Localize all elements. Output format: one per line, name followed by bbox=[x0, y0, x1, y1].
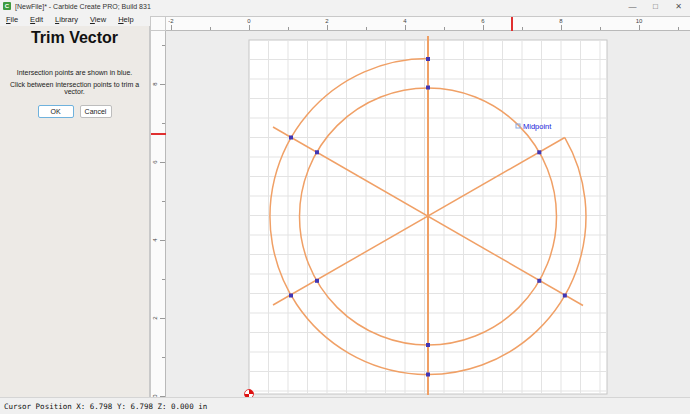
ruler-tick bbox=[327, 25, 328, 30]
trim-vector-panel: Trim Vector Intersection points are show… bbox=[0, 26, 150, 397]
ruler-label: 0 bbox=[247, 18, 250, 24]
ok-button[interactable]: OK bbox=[38, 105, 74, 118]
menu-item-view[interactable]: View bbox=[84, 15, 112, 24]
menu-item-help[interactable]: Help bbox=[112, 15, 139, 24]
ruler-tick bbox=[171, 25, 172, 30]
intersection-point bbox=[537, 279, 541, 283]
window-title: [NewFile]* - Carbide Create PRO; Build 8… bbox=[15, 3, 151, 10]
ruler-tick bbox=[561, 25, 562, 30]
cursor-position-readout: Cursor Position X: 6.798 Y: 6.798 Z: 0.0… bbox=[0, 402, 207, 411]
maximize-button[interactable]: □ bbox=[644, 2, 667, 11]
intersection-point bbox=[426, 57, 430, 61]
instruction-line-2: Click between intersection points to tri… bbox=[0, 81, 149, 95]
ruler-label: 4 bbox=[152, 238, 158, 241]
ruler-tick bbox=[162, 279, 165, 280]
ruler-label: 10 bbox=[636, 18, 643, 24]
intersection-point bbox=[315, 150, 319, 154]
ruler-label: 4 bbox=[403, 18, 406, 24]
design-canvas[interactable]: Midpoint bbox=[166, 31, 690, 397]
ruler-tick bbox=[405, 25, 406, 30]
ruler-tick bbox=[160, 318, 165, 319]
ruler-tick bbox=[522, 27, 523, 30]
ruler-tick bbox=[162, 357, 165, 358]
ruler-tick bbox=[678, 27, 679, 30]
close-button[interactable]: ✕ bbox=[667, 2, 690, 11]
cursor-position-marker bbox=[511, 17, 513, 32]
ruler-tick bbox=[366, 27, 367, 30]
ruler-tick bbox=[160, 240, 165, 241]
panel-title: Trim Vector bbox=[0, 29, 149, 47]
ruler-label: 8 bbox=[152, 82, 158, 85]
cursor-position-marker bbox=[151, 133, 167, 135]
ruler-tick bbox=[162, 45, 165, 46]
minimize-button[interactable]: — bbox=[621, 2, 644, 11]
ruler-label: -2 bbox=[168, 18, 173, 24]
intersection-point bbox=[426, 373, 430, 377]
ruler-corner bbox=[150, 16, 166, 31]
ruler-tick bbox=[160, 162, 165, 163]
ruler-label: 8 bbox=[559, 18, 562, 24]
intersection-point bbox=[537, 150, 541, 154]
ruler-tick bbox=[288, 27, 289, 30]
intersection-point bbox=[289, 136, 293, 140]
intersection-point bbox=[289, 294, 293, 298]
app-icon: C bbox=[3, 2, 11, 10]
menu-item-edit[interactable]: Edit bbox=[24, 15, 49, 24]
ruler-tick bbox=[483, 25, 484, 30]
menu-item-library[interactable]: Library bbox=[49, 15, 84, 24]
canvas-svg: Midpoint bbox=[166, 31, 690, 397]
cancel-button[interactable]: Cancel bbox=[80, 105, 112, 118]
status-bar: Cursor Position X: 6.798 Y: 6.798 Z: 0.0… bbox=[0, 397, 690, 414]
ruler-tick bbox=[160, 84, 165, 85]
ruler-tick bbox=[162, 201, 165, 202]
ruler-label: 6 bbox=[152, 160, 158, 163]
ruler-label: 6 bbox=[481, 18, 484, 24]
title-bar: C [NewFile]* - Carbide Create PRO; Build… bbox=[0, 0, 690, 12]
intersection-point bbox=[563, 294, 567, 298]
ruler-tick bbox=[249, 25, 250, 30]
ruler-label: 2 bbox=[152, 316, 158, 319]
ruler-label: 2 bbox=[325, 18, 328, 24]
ruler-horizontal: -20246810 bbox=[166, 16, 690, 31]
ruler-tick bbox=[600, 27, 601, 30]
instruction-line-1: Intersection points are shown in blue. bbox=[0, 69, 149, 76]
midpoint-snap-label: Midpoint bbox=[523, 122, 552, 131]
ruler-vertical: 02468 bbox=[150, 31, 166, 397]
ruler-tick bbox=[639, 25, 640, 30]
ruler-tick bbox=[210, 27, 211, 30]
intersection-point bbox=[426, 86, 430, 90]
intersection-point bbox=[315, 279, 319, 283]
menu-item-file[interactable]: File bbox=[0, 15, 24, 24]
intersection-point bbox=[426, 343, 430, 347]
ruler-tick bbox=[444, 27, 445, 30]
ruler-tick bbox=[162, 123, 165, 124]
